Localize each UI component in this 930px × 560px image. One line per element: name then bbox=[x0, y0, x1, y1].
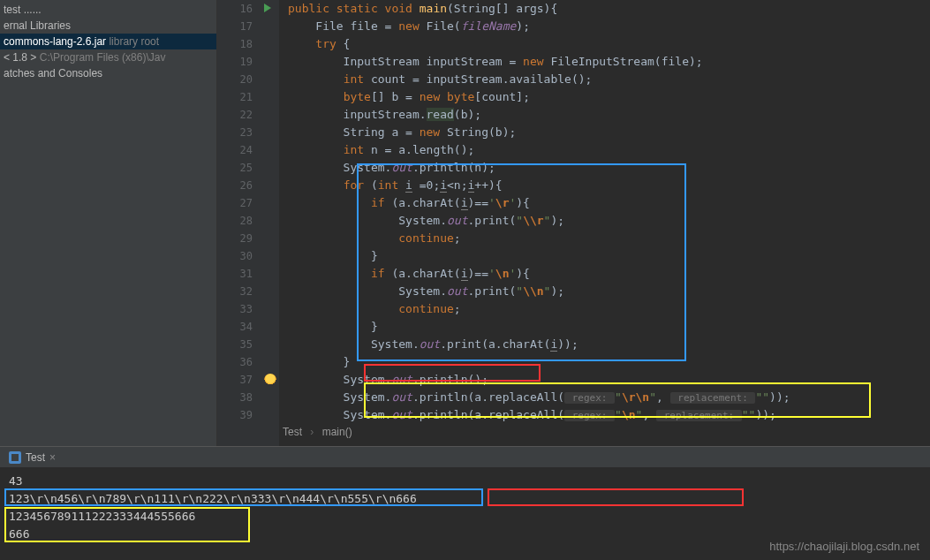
console-highlight-blue bbox=[4, 488, 483, 506]
breadcrumb-method[interactable]: main() bbox=[322, 426, 352, 438]
sidebar-item[interactable]: test ...... bbox=[0, 2, 216, 18]
code-line[interactable]: InputStream inputStream = new FileInputS… bbox=[288, 53, 930, 71]
console-line: 43 bbox=[9, 473, 921, 490]
code-line[interactable]: public static void main(String[] args){ bbox=[288, 0, 930, 18]
line-gutter: 1617181920212223242526272829303132333435… bbox=[217, 0, 261, 446]
code-line[interactable]: inputStream.read(b); bbox=[288, 106, 930, 124]
code-editor[interactable]: 1617181920212223242526272829303132333435… bbox=[217, 0, 930, 446]
run-tab-label: Test bbox=[26, 451, 45, 464]
intention-bulb-icon[interactable] bbox=[264, 374, 276, 386]
highlight-red-box bbox=[364, 364, 541, 382]
project-sidebar: test ...... ernal Libraries commons-lang… bbox=[0, 0, 217, 446]
run-config-icon bbox=[9, 451, 21, 464]
run-tab[interactable]: Test × bbox=[4, 450, 61, 465]
run-gutter-icon[interactable] bbox=[264, 4, 271, 12]
sidebar-item[interactable]: atches and Consoles bbox=[0, 65, 216, 81]
breadcrumb-class[interactable]: Test bbox=[283, 426, 302, 438]
code-line[interactable]: try { bbox=[288, 35, 930, 53]
code-line[interactable]: byte[] b = new byte[count]; bbox=[288, 88, 930, 106]
close-icon[interactable]: × bbox=[49, 451, 56, 464]
code-line[interactable]: File file = new File(fileName); bbox=[288, 18, 930, 35]
highlight-blue-box bbox=[357, 163, 686, 361]
sidebar-item[interactable]: ernal Libraries bbox=[0, 18, 216, 34]
chevron-right-icon: › bbox=[305, 426, 319, 438]
highlight-yellow-box bbox=[364, 382, 871, 418]
sidebar-item-jar[interactable]: commons-lang-2.6.jar library root bbox=[0, 34, 216, 49]
code-line[interactable]: String a = new String(b); bbox=[288, 124, 930, 141]
sidebar-item-jdk[interactable]: < 1.8 > C:\Program Files (x86)\Jav bbox=[0, 49, 216, 65]
code-line[interactable]: int n = a.length(); bbox=[288, 141, 930, 159]
watermark: https://chaojilaji.blog.csdn.net bbox=[769, 540, 919, 553]
code-line[interactable]: int count = inputStream.available(); bbox=[288, 71, 930, 88]
console-highlight-yellow bbox=[4, 507, 250, 542]
breadcrumb[interactable]: Test › main() bbox=[283, 426, 352, 438]
run-tab-bar: Test × bbox=[0, 446, 930, 467]
console-highlight-red bbox=[488, 488, 744, 506]
gutter-icons bbox=[261, 0, 279, 446]
code-area[interactable]: public static void main(String[] args){ … bbox=[279, 0, 930, 446]
